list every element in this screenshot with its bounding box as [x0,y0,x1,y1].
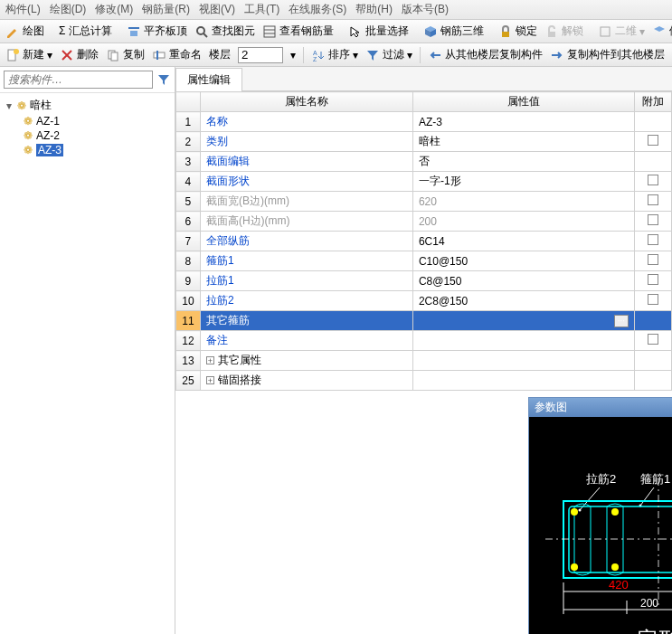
table-row[interactable]: 7全部纵筋6C14 [176,232,672,251]
value-cell[interactable]: C8@150 [412,271,634,291]
checkbox[interactable] [648,334,658,345]
tree-item-az2[interactable]: ❁ AZ-2 [24,128,175,143]
name-cell[interactable]: 截面形状 [200,172,412,192]
name-cell[interactable]: 拉筋2 [200,291,412,311]
value-cell[interactable]: 2C8@150 [412,291,634,311]
copy-button[interactable]: 复制 [106,47,145,62]
value-cell[interactable]: 一字-1形 [412,172,634,192]
expand-icon[interactable]: + [206,376,214,384]
value-cell[interactable] [412,371,634,391]
add-cell[interactable] [635,291,672,311]
checkbox[interactable] [648,294,658,305]
add-cell[interactable] [635,271,672,291]
viewrebar-button[interactable]: 查看钢筋量 [262,24,334,39]
pingqi-button[interactable]: 平齐板顶 [127,24,187,39]
name-cell[interactable]: 名称 [200,112,412,132]
table-row[interactable]: 25+锚固搭接 [176,371,672,391]
new-button[interactable]: 新建 ▾ [5,47,52,62]
name-cell[interactable]: 其它箍筋 [200,311,412,331]
tree-root[interactable]: ▾ ❁ 暗柱 [0,97,175,114]
name-cell[interactable]: 类别 [200,132,412,152]
add-cell[interactable] [635,371,672,391]
find-button[interactable]: 查找图元 [194,24,255,39]
add-cell[interactable] [635,351,672,371]
table-row[interactable]: 1名称AZ-3 [176,112,672,132]
add-cell[interactable] [635,212,672,232]
table-row[interactable]: 4截面形状一字-1形 [176,172,672,192]
table-row[interactable]: 6截面高(H边)(mm)200 [176,212,672,232]
menu-item[interactable]: 钢筋量(R) [142,2,190,17]
value-cell[interactable]: AZ-3 [412,112,634,132]
name-cell[interactable]: 备注 [200,331,412,351]
table-row[interactable]: 2类别暗柱 [176,132,672,152]
rename-button[interactable]: 重命名 [152,47,202,62]
menu-item[interactable]: 帮助(H) [355,2,393,17]
copyto-button[interactable]: 复制构件到其他楼层 [550,47,665,62]
checkbox[interactable] [648,254,658,265]
tree-item-az3[interactable]: ❁ AZ-3 [24,143,175,157]
tab-properties[interactable]: 属性编辑 [175,68,242,91]
delete-button[interactable]: 删除 [60,47,99,62]
table-row[interactable]: 3截面编辑否 [176,152,672,172]
value-cell[interactable]: 6C14 [412,232,634,251]
value-cell[interactable]: C10@150 [412,251,634,271]
add-cell[interactable] [635,251,672,271]
table-row[interactable]: 10拉筋22C8@150 [176,291,672,311]
add-cell[interactable] [635,311,672,331]
sort-button[interactable]: AZ 排序 ▾ [311,47,358,62]
value-cell[interactable] [412,331,634,351]
summary-button[interactable]: Σ 汇总计算 [59,24,112,39]
chevron-down-icon[interactable]: ▾ [290,49,296,62]
checkbox[interactable] [648,175,658,185]
value-cell[interactable]: ··· [412,311,634,331]
draw-button[interactable]: 绘图 [5,24,44,39]
name-cell[interactable]: 截面高(H边)(mm) [200,212,412,232]
menu-item[interactable]: 工具(T) [244,2,279,17]
funnel-icon[interactable] [156,72,171,87]
name-cell[interactable]: 全部纵筋 [200,232,412,251]
name-cell[interactable]: 截面编辑 [200,152,412,172]
value-cell[interactable]: 200 [412,212,634,232]
menu-item[interactable]: 绘图(D) [50,2,87,17]
value-cell[interactable]: 否 [412,152,634,172]
ellipsis-button[interactable]: ··· [614,315,629,327]
floor-input[interactable] [238,47,283,63]
checkbox[interactable] [648,234,658,245]
add-cell[interactable] [635,112,672,132]
checkbox[interactable] [648,214,658,225]
table-row[interactable]: 12备注 [176,331,672,351]
menu-item[interactable]: 视图(V) [199,2,235,17]
checkbox[interactable] [648,135,658,146]
checkbox[interactable] [648,194,658,205]
copyfrom-button[interactable]: 从其他楼层复制构件 [428,47,543,62]
table-row[interactable]: 11其它箍筋··· [176,311,672,331]
table-row[interactable]: 8箍筋1C10@150 [176,251,672,271]
lock-button[interactable]: 锁定 [498,24,537,39]
2d-button[interactable]: 二维 ▾ [598,24,645,39]
filter-button[interactable]: 过滤 ▾ [365,47,412,62]
add-cell[interactable] [635,152,672,172]
menu-item[interactable]: 在线服务(S) [289,2,346,17]
name-cell[interactable]: 拉筋1 [200,271,412,291]
name-cell[interactable]: +锚固搭接 [200,371,412,391]
value-cell[interactable]: 620 [412,192,634,212]
add-cell[interactable] [635,172,672,192]
collapse-icon[interactable]: ▾ [4,99,14,112]
tree-item-az1[interactable]: ❁ AZ-1 [24,114,175,128]
table-row[interactable]: 5截面宽(B边)(mm)620 [176,192,672,212]
table-row[interactable]: 13+其它属性 [176,351,672,371]
value-cell[interactable] [412,351,634,371]
add-cell[interactable] [635,331,672,351]
checkbox[interactable] [648,274,658,285]
batch-button[interactable]: 批量选择 [348,24,409,39]
name-cell[interactable]: +其它属性 [200,351,412,371]
name-cell[interactable]: 截面宽(B边)(mm) [200,192,412,212]
table-row[interactable]: 9拉筋1C8@150 [176,271,672,291]
menu-item[interactable]: 构件(L) [5,2,41,17]
menu-item[interactable]: 修改(M) [95,2,133,17]
add-cell[interactable] [635,192,672,212]
topview-button[interactable]: 俯视 [652,24,672,39]
expand-icon[interactable]: + [206,356,214,364]
unlock-button[interactable]: 解锁 [544,24,583,39]
name-cell[interactable]: 箍筋1 [200,251,412,271]
